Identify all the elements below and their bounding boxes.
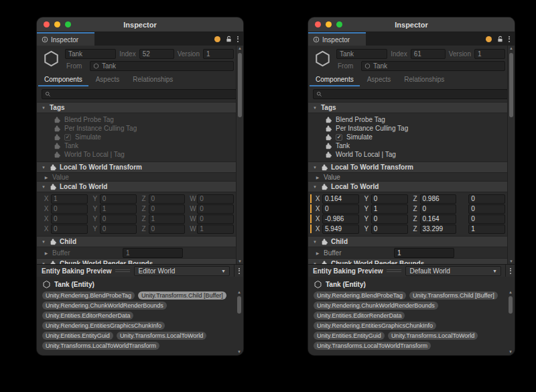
component-chip-selected[interactable]: Unity.Transforms.Child [Buffer] (138, 291, 226, 300)
matrix-field[interactable]: 0.986 (420, 194, 457, 204)
matrix-field[interactable]: 1 (468, 224, 505, 234)
tab-components[interactable]: Components (38, 74, 88, 86)
status-dot-icon[interactable] (486, 36, 492, 42)
baking-menu-button[interactable] (505, 265, 515, 277)
tag-row[interactable]: Per Instance Culling Tag (37, 124, 237, 133)
close-window-button[interactable] (44, 21, 50, 27)
tag-row-simulate[interactable]: Simulate (308, 133, 508, 141)
window-titlebar[interactable]: Inspector (37, 17, 243, 32)
value-foldout[interactable]: ▶ Value (37, 173, 237, 181)
from-field[interactable]: Tank (361, 61, 505, 71)
index-field[interactable]: 52 (139, 49, 174, 59)
minimize-window-button[interactable] (326, 21, 332, 27)
drag-handle-icon[interactable] (115, 269, 130, 272)
scroll-down-icon[interactable]: ▼ (237, 350, 242, 354)
matrix-field[interactable]: 33.299 (420, 224, 457, 234)
matrix-field[interactable]: 0 (468, 204, 505, 214)
index-field[interactable]: 61 (411, 49, 446, 59)
section-local-to-world[interactable]: ▼ Local To World (37, 181, 237, 192)
kebab-menu-icon[interactable] (509, 36, 510, 42)
minimize-window-button[interactable] (54, 21, 60, 27)
tag-row[interactable]: World To Local | Tag (37, 150, 237, 159)
buffer-field[interactable]: 1 (123, 248, 183, 258)
section-child[interactable]: ▼ Child (308, 236, 508, 247)
section-child[interactable]: ▼ Child (37, 236, 237, 247)
tag-row-simulate[interactable]: Simulate (37, 133, 237, 141)
component-chip[interactable]: Unity.Rendering.ChunkWorldRenderBounds (314, 302, 438, 310)
matrix-field[interactable]: 0 (149, 194, 186, 204)
matrix-field[interactable]: 1 (100, 204, 137, 214)
matrix-field[interactable]: 0 (197, 194, 234, 204)
lock-icon[interactable] (225, 36, 232, 43)
component-chip[interactable]: Unity.Transforms.LocalToWorldTransform (314, 342, 431, 350)
search-input[interactable] (313, 89, 508, 99)
matrix-field[interactable]: 0 (51, 224, 88, 234)
component-chip[interactable]: Unity.Entities.EntityGuid (42, 332, 113, 340)
tag-row[interactable]: Blend Probe Tag (37, 115, 237, 124)
scrollbar-thumb[interactable] (509, 53, 513, 117)
matrix-field[interactable]: 0 (149, 224, 186, 234)
chips-scrollbar[interactable]: ▲ ▼ (508, 290, 513, 354)
drag-handle-icon[interactable] (387, 269, 401, 272)
value-foldout[interactable]: ▶ Value (308, 173, 508, 181)
section-local-to-world-transform[interactable]: ▼ Local To World Transform (308, 161, 508, 173)
scroll-down-icon[interactable]: ▼ (508, 259, 515, 263)
version-field[interactable]: 1 (203, 49, 234, 59)
matrix-field[interactable]: 0 (371, 194, 408, 204)
tag-row[interactable]: Tank (37, 141, 237, 150)
entity-name-field[interactable]: Tank (65, 49, 116, 59)
scroll-up-icon[interactable]: ▲ (508, 46, 515, 50)
tab-inspector[interactable]: Inspector (308, 32, 366, 46)
scroll-up-icon[interactable]: ▲ (508, 290, 513, 294)
matrix-field[interactable]: 0 (197, 204, 234, 214)
scrollbar-thumb[interactable] (238, 53, 242, 117)
scrollbar-thumb[interactable] (237, 296, 241, 314)
scroll-up-icon[interactable]: ▲ (237, 290, 242, 294)
scroll-down-icon[interactable]: ▼ (508, 350, 513, 354)
vertical-scrollbar[interactable]: ▲ ▼ (507, 46, 515, 264)
component-chip[interactable]: Unity.Rendering.BlendProbeTag (314, 291, 406, 300)
search-input[interactable] (42, 89, 237, 99)
kebab-menu-icon[interactable] (237, 36, 239, 42)
section-tags[interactable]: ▼ Tags (308, 102, 508, 113)
matrix-field[interactable]: -0.986 (322, 214, 359, 224)
close-window-button[interactable] (315, 21, 321, 27)
component-chip[interactable]: Unity.Entities.EditorRenderData (314, 312, 405, 320)
from-field[interactable]: Tank (90, 61, 234, 71)
matrix-field[interactable]: 1 (51, 194, 88, 204)
tag-row[interactable]: Tank (308, 141, 508, 150)
matrix-field[interactable]: 0 (100, 214, 137, 224)
buffer-field[interactable]: 1 (394, 248, 454, 258)
scrollbar-thumb[interactable] (509, 296, 513, 314)
tag-row[interactable]: Per Instance Culling Tag (308, 124, 508, 133)
vertical-scrollbar[interactable]: ▲ ▼ (236, 46, 243, 264)
entity-name-field[interactable]: Tank (336, 49, 387, 59)
scroll-up-icon[interactable]: ▲ (237, 46, 243, 50)
simulate-checkbox[interactable] (64, 134, 71, 141)
tab-relationships[interactable]: Relationships (398, 74, 450, 86)
matrix-field[interactable]: 1 (371, 204, 408, 214)
matrix-field[interactable]: 0 (197, 214, 234, 224)
baking-menu-button[interactable] (234, 265, 243, 277)
matrix-field[interactable]: 0 (322, 204, 359, 214)
component-chip[interactable]: Unity.Entities.EditorRenderData (42, 312, 133, 320)
zoom-window-button[interactable] (65, 21, 71, 27)
matrix-field[interactable]: 0 (468, 214, 505, 224)
matrix-field[interactable]: 1 (149, 214, 186, 224)
world-dropdown[interactable]: Default World ▼ (405, 266, 501, 276)
component-chip[interactable]: Unity.Rendering.ChunkWorldRenderBounds (42, 302, 167, 310)
matrix-field[interactable]: 0 (420, 204, 457, 214)
matrix-field[interactable]: 0 (51, 204, 88, 214)
component-chip[interactable]: Unity.Transforms.LocalToWorld (388, 332, 478, 340)
component-chip[interactable]: Unity.Rendering.EntitiesGraphicsChunkInf… (42, 322, 165, 330)
matrix-field[interactable]: 0 (371, 224, 408, 234)
matrix-field[interactable]: 0 (100, 194, 137, 204)
matrix-field[interactable]: 0 (51, 214, 88, 224)
matrix-field[interactable]: 0 (468, 194, 505, 204)
matrix-field[interactable]: 0 (371, 214, 408, 224)
tab-aspects[interactable]: Aspects (361, 74, 397, 86)
section-chunk-world-render-bounds[interactable]: ▼ Chunk World Render Bounds (37, 258, 237, 264)
version-field[interactable]: 1 (474, 49, 505, 59)
matrix-field[interactable]: 0 (149, 204, 186, 214)
matrix-field[interactable]: 5.949 (322, 224, 359, 234)
